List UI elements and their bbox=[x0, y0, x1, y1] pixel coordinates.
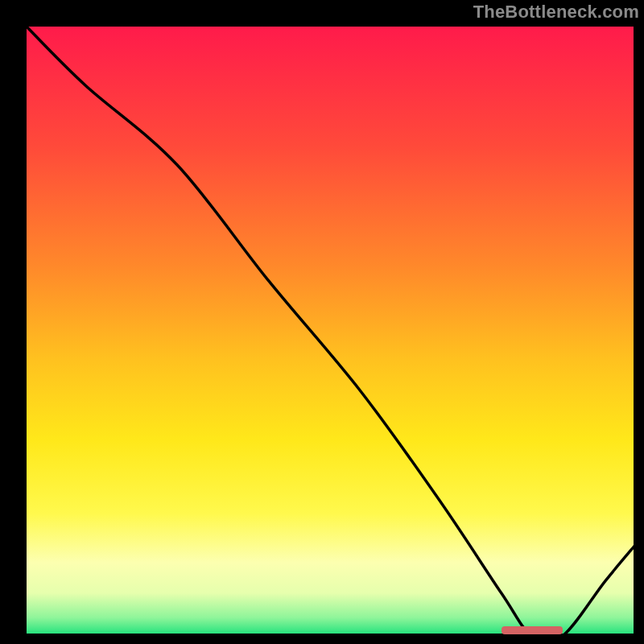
watermark-text: TheBottleneck.com bbox=[473, 2, 639, 23]
gradient-background bbox=[24, 24, 636, 636]
chart-container: TheBottleneck.com bbox=[0, 0, 644, 644]
optimal-range-marker bbox=[502, 626, 563, 634]
plot-area bbox=[24, 24, 636, 636]
plot-svg bbox=[24, 24, 636, 636]
